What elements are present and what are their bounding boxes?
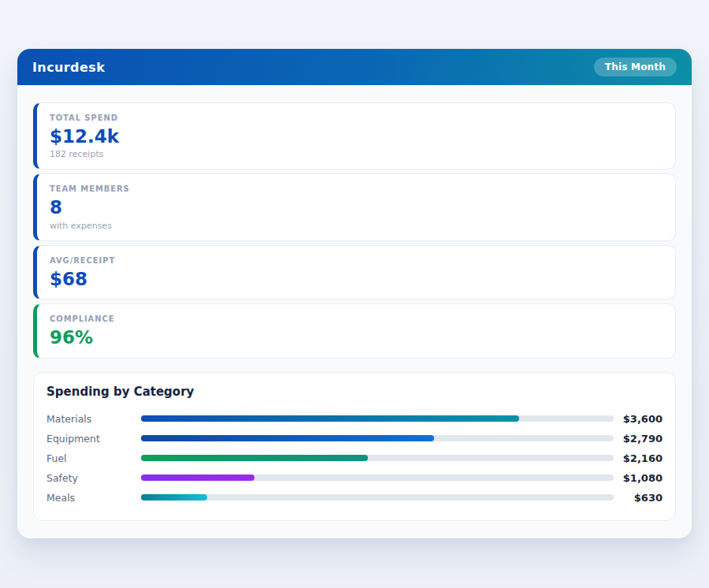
stat-cards: TOTAL SPEND $12.4k 182 receipts TEAM MEM… (33, 102, 676, 359)
category-label: Equipment (46, 433, 141, 445)
stat-value: 8 (50, 197, 663, 218)
chart-rows: Materials $3,600 Equipment $2,790 Fuel $… (46, 409, 663, 508)
stat-label: AVG/RECEIPT (50, 256, 663, 265)
bar-track (141, 494, 614, 501)
stat-label: TEAM MEMBERS (50, 184, 663, 193)
stat-value: $12.4k (50, 126, 663, 147)
category-value: $2,790 (614, 433, 663, 445)
stat-card: COMPLIANCE 96% (33, 303, 676, 358)
dashboard-content: TOTAL SPEND $12.4k 182 receipts TEAM MEM… (17, 85, 692, 538)
bar-fill (141, 474, 254, 481)
stat-card: TOTAL SPEND $12.4k 182 receipts (33, 102, 676, 169)
category-value: $3,600 (614, 413, 663, 425)
chart-row: Materials $3,600 (46, 409, 663, 429)
bar-track (141, 415, 614, 422)
chart-row: Equipment $2,790 (46, 429, 663, 448)
category-value: $2,160 (614, 452, 663, 464)
stat-value: 96% (50, 327, 663, 348)
stat-card: TEAM MEMBERS 8 with expenses (33, 173, 676, 240)
spending-chart-card: Spending by Category Materials $3,600 Eq… (33, 372, 676, 521)
stat-value: $68 (50, 269, 663, 289)
stat-card: AVG/RECEIPT $68 (33, 245, 676, 300)
stat-label: TOTAL SPEND (50, 114, 663, 122)
chart-title: Spending by Category (46, 385, 663, 399)
bar-track (141, 435, 614, 441)
chart-row: Meals $630 (46, 488, 663, 508)
stat-subtext: 182 receipts (50, 149, 663, 159)
app-header: Incurdesk This Month (17, 49, 692, 85)
category-label: Meals (46, 492, 141, 504)
bar-track (141, 474, 614, 481)
bar-fill (141, 415, 519, 422)
category-label: Safety (46, 472, 141, 484)
app-title: Incurdesk (32, 60, 105, 75)
chart-row: Safety $1,080 (46, 468, 663, 488)
period-badge[interactable]: This Month (594, 58, 677, 76)
dashboard-window: Incurdesk This Month TOTAL SPEND $12.4k … (17, 49, 692, 538)
stat-subtext: with expenses (50, 221, 663, 231)
bar-fill (141, 494, 207, 501)
category-label: Materials (46, 413, 141, 425)
category-label: Fuel (46, 452, 141, 464)
stat-label: COMPLIANCE (50, 314, 663, 323)
category-value: $630 (614, 492, 663, 504)
category-value: $1,080 (614, 472, 663, 484)
bar-track (141, 455, 614, 461)
bar-fill (141, 455, 368, 461)
bar-fill (141, 435, 434, 441)
chart-row: Fuel $2,160 (46, 448, 663, 468)
